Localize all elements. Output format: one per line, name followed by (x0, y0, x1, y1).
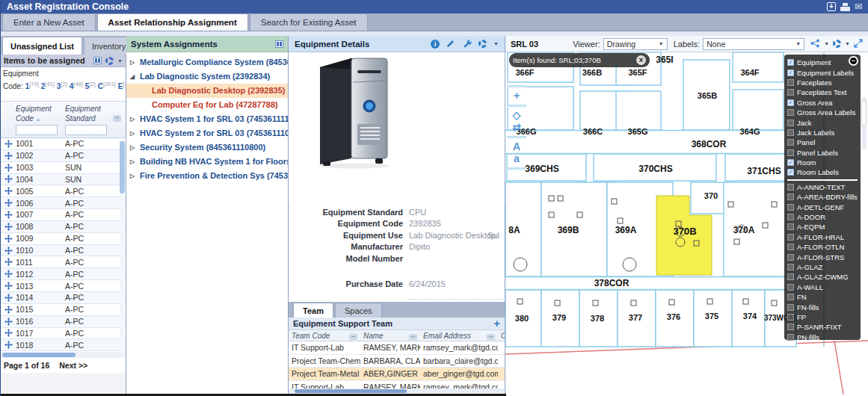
expand-icon[interactable] (854, 39, 863, 49)
info-icon[interactable] (431, 40, 440, 49)
index-link-1[interactable]: 1[74] (25, 82, 39, 90)
equipment-row-1011[interactable]: 1011A-PC (1, 256, 126, 268)
list-horizontal-scrollbar[interactable] (1, 352, 126, 358)
floorplan-canvas[interactable]: 366F366B365F364F365B366G366C365G364G369C… (505, 52, 868, 396)
layer-checkbox[interactable] (787, 184, 794, 191)
move-icon[interactable] (1, 282, 16, 290)
move-icon[interactable] (1, 258, 16, 266)
move-icon[interactable] (1, 211, 16, 219)
tab-unassigned-list[interactable]: Unassigned List (2, 37, 82, 55)
tree-item-security-system[interactable]: ▷Security System (845361110800) (126, 140, 288, 155)
team-column-name[interactable]: Name– (360, 332, 420, 340)
move-icon[interactable] (1, 294, 16, 302)
layer-checkbox[interactable] (787, 284, 794, 291)
equipment-row-1018[interactable]: 1018A-PC (1, 339, 126, 351)
pan-tool[interactable]: ⇄ (507, 121, 526, 133)
layer-checkbox[interactable] (787, 294, 794, 300)
expand-icon[interactable]: ▷ (130, 155, 135, 169)
layer-checkbox[interactable] (787, 334, 794, 341)
layer-a-door[interactable]: A-DOOR (787, 212, 858, 222)
filter-icon[interactable]: – (349, 334, 357, 340)
team-row[interactable]: IT Support-LabRAMSEY, MARKramsey_mark@tg… (289, 341, 505, 355)
layer-checkbox[interactable] (787, 244, 794, 250)
equipment-row-1013[interactable]: 1013A-PC (1, 280, 126, 292)
room-365G[interactable] (616, 91, 661, 130)
move-icon[interactable] (1, 223, 16, 231)
equipment-row-1006[interactable]: 1006A-PC (1, 197, 126, 209)
layer-checkbox[interactable] (787, 194, 794, 200)
move-icon[interactable] (1, 152, 16, 160)
layer-checkbox[interactable] (787, 223, 794, 230)
layer-checkbox[interactable] (787, 234, 794, 241)
tree-item-hvac-system-2-for-srl-03[interactable]: ▷HVAC System 2 for SRL 03 (745361110425) (126, 126, 288, 140)
team-row[interactable]: Project Team-Metal LabABER,GINGERaber_gi… (289, 368, 505, 381)
layer-a-anno-text[interactable]: A-ANNO-TEXT (787, 182, 858, 192)
tree-item-building-nb-hvac-system-1-for-floors-01-02-03[interactable]: ▷Building NB HVAC System 1 for Floors 01… (126, 155, 288, 169)
next-page-button[interactable]: Next >> (59, 361, 87, 370)
chevron-down-icon[interactable]: ▼ (493, 41, 499, 46)
team-column-team-code[interactable]: Team Code– (289, 332, 360, 340)
layer-a-glaz[interactable]: A-GLAZ (787, 262, 858, 272)
select-tool[interactable]: ◇ (507, 109, 526, 121)
tree-item-lab-diagnostic-desktop[interactable]: Lab Diagnostic Desktop (2392835) (126, 84, 288, 98)
layer-checkbox[interactable]: ✓ (787, 69, 794, 76)
index-link-3[interactable]: 3[2] (57, 82, 67, 90)
layer-jack[interactable]: Jack (787, 117, 858, 127)
index-link-5[interactable]: 5[2] (85, 82, 96, 90)
layer-checkbox[interactable] (787, 204, 794, 211)
equipment-row-1001[interactable]: 1001A-PC (1, 138, 126, 150)
layer-checkbox[interactable] (787, 129, 794, 136)
layer-a-flor-hral[interactable]: A-FLOR-HRAL (787, 232, 858, 242)
tab-spaces[interactable]: Spaces (335, 303, 382, 318)
layer-checkbox[interactable] (787, 214, 794, 220)
layer-checkbox[interactable] (787, 79, 794, 86)
equipment-row-1016[interactable]: 1016A-PC (1, 316, 126, 328)
gear-icon[interactable] (833, 40, 841, 48)
columns-icon[interactable] (275, 40, 283, 48)
labels-select[interactable]: None▼ (703, 38, 804, 50)
layer-a-glaz-cwmg[interactable]: A-GLAZ-CWMG (787, 272, 858, 282)
layer-equipment-labels[interactable]: ✓Equipment Labels (787, 67, 858, 77)
columns-icon[interactable] (93, 57, 102, 64)
layer-a-wall[interactable]: A-WALL (787, 282, 858, 292)
layer-checkbox[interactable] (787, 120, 794, 126)
gear-icon[interactable] (105, 57, 114, 65)
index-link-c[interactable]: C[261] (98, 82, 116, 90)
move-icon[interactable] (1, 140, 16, 148)
close-icon[interactable]: × (636, 55, 646, 65)
font-decrease-tool[interactable]: a (507, 152, 526, 164)
move-icon[interactable] (1, 247, 16, 255)
move-icon[interactable] (1, 306, 16, 314)
move-icon[interactable] (1, 270, 16, 278)
collapse-icon[interactable]: ◢ (130, 69, 135, 84)
share-icon[interactable] (810, 39, 820, 49)
layer-p-sanr-fixt[interactable]: P-SANR-FIXT (787, 322, 858, 332)
move-icon[interactable] (1, 235, 16, 243)
layer-room-labels[interactable]: ✓Room Labels (787, 167, 858, 177)
layer-fn-fills[interactable]: FN-fills (787, 302, 858, 312)
layer-a-flor-otln[interactable]: A-FLOR-OTLN (787, 242, 858, 252)
layer-checkbox[interactable]: ✓ (787, 99, 794, 106)
layer-gross-area-labels[interactable]: Gross Area Labels (787, 108, 858, 117)
zoom-in-tool[interactable]: + (507, 90, 526, 102)
equipment-row-1009[interactable]: 1009A-PC (1, 233, 126, 245)
add-team-member-button[interactable]: + (493, 318, 500, 329)
layer-checkbox[interactable] (787, 149, 794, 156)
index-link-2[interactable]: 2[41] (41, 82, 55, 90)
expand-icon[interactable]: ▷ (130, 112, 135, 126)
team-row[interactable]: Project Team-Chem LabBARBARA, CLAIREbarb… (289, 355, 505, 368)
index-link-e[interactable]: E[27] (118, 82, 126, 90)
layer-checkbox[interactable]: ✓ (787, 59, 794, 66)
column-header-equipment-code[interactable]: Equipment Code ▲ (16, 102, 65, 137)
team-column-c[interactable]: C (498, 332, 505, 340)
equipment-row-1012[interactable]: 1012A-PC (1, 268, 126, 280)
layer-gross-area[interactable]: ✓Gross Area (787, 98, 858, 108)
chevron-down-icon[interactable]: ▼ (845, 41, 850, 46)
tab-search-for-existing-asset[interactable]: Search for Existing Asset (250, 13, 368, 31)
expand-icon[interactable]: ▷ (130, 140, 135, 155)
layer-jack-labels[interactable]: Jack Labels (787, 128, 858, 137)
layer-room[interactable]: ✓Room (787, 158, 858, 167)
layer-checkbox[interactable]: ✓ (787, 169, 794, 176)
team-row[interactable]: IT Support-LabRAMSEY, MARKramsey_mark@tg… (289, 381, 505, 389)
equipment-row-1007[interactable]: 1007A-PC (1, 209, 126, 221)
